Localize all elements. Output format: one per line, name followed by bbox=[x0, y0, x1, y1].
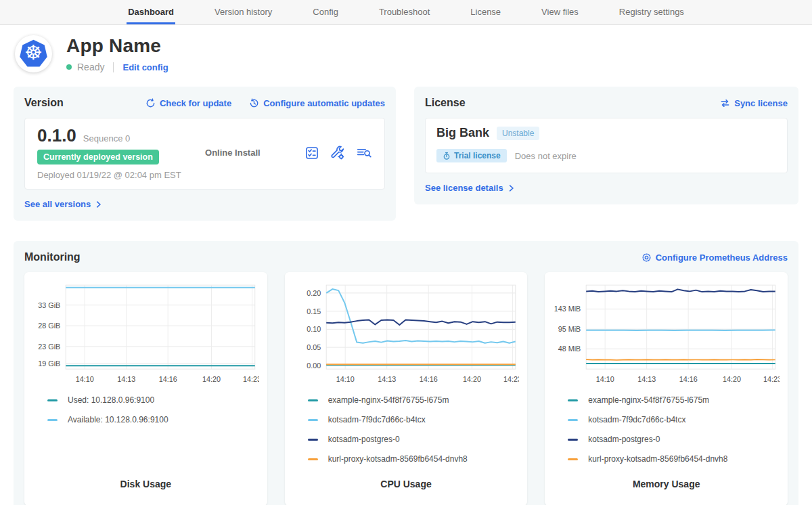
svg-text:0.10: 0.10 bbox=[307, 325, 321, 333]
legend-item: kotsadm-7f9dc7d66c-b4tcx bbox=[568, 415, 780, 424]
license-expiry: Does not expire bbox=[515, 151, 577, 161]
tab-version-history[interactable]: Version history bbox=[213, 0, 273, 24]
svg-text:0.00: 0.00 bbox=[307, 361, 321, 370]
chart-card-memory: 48 MiB95 MiB143 MiB14:1014:1314:1614:201… bbox=[545, 272, 788, 505]
legend-item: kotsadm-7f9dc7d66c-b4tcx bbox=[308, 415, 520, 424]
tab-config[interactable]: Config bbox=[311, 0, 340, 24]
legend-item: example-nginx-54f8f76755-l675m bbox=[308, 395, 520, 405]
svg-text:48 MiB: 48 MiB bbox=[558, 345, 581, 353]
legend-swatch bbox=[568, 439, 578, 441]
status-badge: Ready bbox=[77, 62, 104, 72]
svg-text:14:13: 14:13 bbox=[117, 375, 135, 383]
tab-troubleshoot[interactable]: Troubleshoot bbox=[378, 0, 431, 24]
kubernetes-wheel-icon: ☸ bbox=[24, 43, 43, 63]
app-logo: ☸ bbox=[15, 35, 52, 72]
tab-license[interactable]: License bbox=[469, 0, 502, 24]
gear-icon bbox=[641, 252, 652, 263]
monitoring-card: Monitoring Configure Prometheus Address … bbox=[14, 241, 798, 505]
deployed-version-badge: Currently deployed version bbox=[37, 150, 159, 164]
svg-text:0.05: 0.05 bbox=[307, 343, 321, 351]
svg-text:19 GiB: 19 GiB bbox=[38, 359, 60, 368]
legend-item: example-nginx-54f8f76755-l675m bbox=[568, 395, 780, 405]
legend-item: Used: 10.128.0.96:9100 bbox=[47, 395, 259, 405]
top-nav: Dashboard Version history Config Trouble… bbox=[0, 0, 812, 25]
status-dot bbox=[66, 64, 72, 70]
configure-automatic-updates-link[interactable]: Configure automatic updates bbox=[249, 98, 385, 108]
configure-prometheus-link[interactable]: Configure Prometheus Address bbox=[641, 252, 788, 263]
chart-title: Memory Usage bbox=[553, 479, 780, 495]
svg-text:0.20: 0.20 bbox=[307, 289, 321, 297]
svg-text:14:16: 14:16 bbox=[679, 375, 698, 383]
chart-legend: Used: 10.128.0.96:9100Available: 10.128.… bbox=[32, 395, 259, 435]
legend-swatch bbox=[308, 419, 318, 421]
deployed-date: Deployed 01/19/22 @ 02:04 pm EST bbox=[37, 170, 181, 180]
svg-text:14:13: 14:13 bbox=[378, 375, 396, 383]
tab-dashboard[interactable]: Dashboard bbox=[127, 0, 175, 24]
refresh-icon bbox=[145, 98, 156, 108]
check-for-update-link[interactable]: Check for update bbox=[145, 98, 231, 108]
chart-plot: 19 GiB23 GiB28 GiB33 GiB14:1014:1314:161… bbox=[32, 280, 259, 387]
svg-text:14:10: 14:10 bbox=[336, 375, 354, 383]
svg-text:33 GiB: 33 GiB bbox=[38, 301, 60, 309]
current-version-box: 0.1.0 Sequence 0 Currently deployed vers… bbox=[24, 118, 385, 190]
legend-label: kotsadm-7f9dc7d66c-b4tcx bbox=[328, 415, 426, 424]
chevron-right-icon bbox=[508, 184, 515, 192]
license-card: License Sync license Big Bank Unstable T… bbox=[414, 87, 798, 204]
legend-item: Available: 10.128.0.96:9100 bbox=[47, 415, 259, 424]
chart-card-disk: 19 GiB23 GiB28 GiB33 GiB14:1014:1314:161… bbox=[24, 272, 267, 505]
nav-tabs: Dashboard Version history Config Trouble… bbox=[127, 0, 685, 24]
legend-item: kotsadm-postgres-0 bbox=[308, 435, 520, 444]
legend-label: kurl-proxy-kotsadm-8569fb6454-dnvh8 bbox=[588, 454, 727, 464]
svg-text:14:20: 14:20 bbox=[463, 375, 481, 383]
checklist-icon bbox=[304, 146, 319, 160]
svg-text:14:23: 14:23 bbox=[243, 375, 259, 383]
chart-plot: 0.000.050.100.150.2014:1014:1314:1614:20… bbox=[293, 280, 520, 387]
legend-label: example-nginx-54f8f76755-l675m bbox=[588, 395, 709, 405]
tab-registry-settings[interactable]: Registry settings bbox=[618, 0, 685, 24]
legend-swatch bbox=[308, 458, 318, 460]
legend-label: Available: 10.128.0.96:9100 bbox=[68, 415, 168, 424]
charts-row: 19 GiB23 GiB28 GiB33 GiB14:1014:1314:161… bbox=[24, 272, 788, 505]
chevron-right-icon bbox=[95, 200, 102, 208]
view-logs-button[interactable] bbox=[356, 146, 372, 160]
legend-swatch bbox=[308, 439, 318, 441]
chart-legend: example-nginx-54f8f76755-l675mkotsadm-7f… bbox=[293, 395, 520, 474]
edit-config-link[interactable]: Edit config bbox=[122, 62, 168, 72]
chart-title: Disk Usage bbox=[32, 479, 259, 495]
see-all-versions-link[interactable]: See all versions bbox=[24, 199, 102, 209]
see-license-details-link[interactable]: See license details bbox=[425, 183, 515, 193]
kubernetes-heptagon: ☸ bbox=[18, 39, 49, 69]
license-customer-name: Big Bank bbox=[436, 126, 489, 140]
divider bbox=[113, 62, 114, 72]
logs-search-icon bbox=[356, 146, 372, 160]
svg-text:14:20: 14:20 bbox=[202, 375, 221, 383]
channel-badge: Unstable bbox=[497, 127, 539, 140]
legend-label: kotsadm-postgres-0 bbox=[328, 435, 400, 444]
chart-card-cpu: 0.000.050.100.150.2014:1014:1314:1614:20… bbox=[285, 272, 528, 505]
stopwatch-icon bbox=[443, 152, 451, 160]
legend-swatch bbox=[568, 458, 578, 460]
svg-text:14:20: 14:20 bbox=[723, 375, 741, 383]
legend-item: kurl-proxy-kotsadm-8569fb6454-dnvh8 bbox=[568, 454, 780, 464]
app-header: ☸ App Name Ready Edit config bbox=[0, 25, 812, 72]
preflight-checks-button[interactable] bbox=[304, 146, 319, 160]
svg-text:14:10: 14:10 bbox=[596, 375, 614, 383]
trial-license-badge: Trial license bbox=[436, 149, 507, 162]
legend-swatch bbox=[568, 419, 578, 421]
license-info-box: Big Bank Unstable Trial license Does not… bbox=[425, 118, 788, 173]
edit-config-version-button[interactable] bbox=[330, 146, 345, 160]
tab-view-files[interactable]: View files bbox=[540, 0, 580, 24]
svg-text:95 MiB: 95 MiB bbox=[558, 325, 581, 333]
legend-swatch bbox=[568, 399, 578, 401]
svg-text:0.15: 0.15 bbox=[307, 307, 321, 315]
legend-label: kotsadm-postgres-0 bbox=[588, 435, 660, 444]
chart-legend: example-nginx-54f8f76755-l675mkotsadm-7f… bbox=[553, 395, 780, 474]
svg-text:28 GiB: 28 GiB bbox=[38, 322, 60, 330]
sync-license-link[interactable]: Sync license bbox=[720, 98, 788, 108]
license-card-title: License bbox=[425, 97, 466, 109]
page-title: App Name bbox=[66, 35, 168, 57]
svg-text:23 GiB: 23 GiB bbox=[38, 343, 60, 351]
version-sequence: Sequence 0 bbox=[83, 133, 130, 144]
legend-swatch bbox=[47, 399, 58, 401]
svg-text:14:23: 14:23 bbox=[503, 375, 520, 383]
